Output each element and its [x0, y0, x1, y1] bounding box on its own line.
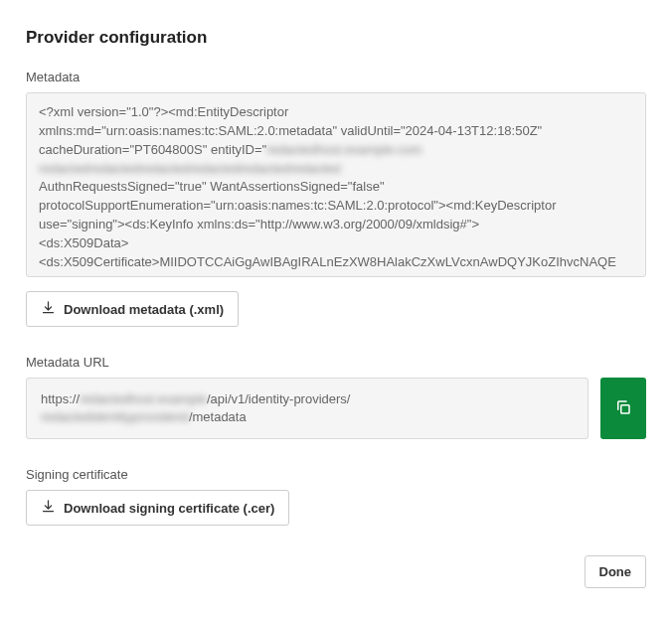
- download-metadata-button[interactable]: Download metadata (.xml): [26, 291, 239, 327]
- download-signing-cert-button[interactable]: Download signing certificate (.cer): [26, 490, 289, 526]
- metadata-xml-line: <?xml version="1.0"?><md:EntityDescripto…: [39, 104, 288, 119]
- metadata-xml-line: use="signing"><ds:KeyInfo xmlns:ds="http…: [39, 217, 479, 231]
- metadata-xml-line: <ds:X509Data>: [39, 235, 128, 250]
- download-metadata-label: Download metadata (.xml): [64, 302, 224, 317]
- svg-rect-0: [621, 404, 629, 412]
- signing-cert-label: Signing certificate: [26, 467, 646, 482]
- redacted-text: redactedidentityproviderid: [41, 409, 189, 424]
- metadata-xml-line: protocolSupportEnumeration="urn:oasis:na…: [39, 198, 556, 213]
- redacted-text: redactedredactedredactedredactedredacted…: [39, 161, 341, 176]
- metadata-url-section: Metadata URL https://redactedhost.exampl…: [26, 355, 646, 439]
- redacted-text: redactedhost.example: [80, 391, 207, 406]
- metadata-xml-line: xmlns:md="urn:oasis:names:tc:SAML:2.0:me…: [39, 123, 542, 138]
- download-icon: [41, 300, 56, 318]
- metadata-section: Metadata <?xml version="1.0"?><md:Entity…: [26, 70, 646, 327]
- metadata-url-mid: /api/v1/identity-providers/: [207, 391, 351, 406]
- footer: Done: [26, 555, 646, 588]
- redacted-text: redactedhost.example.com: [266, 142, 421, 157]
- download-signing-cert-label: Download signing certificate (.cer): [64, 501, 274, 516]
- copy-url-button[interactable]: [600, 378, 646, 439]
- page-title: Provider configuration: [26, 28, 646, 48]
- metadata-url-box: https://redactedhost.example/api/v1/iden…: [26, 378, 588, 439]
- metadata-xml-line: AuthnRequestsSigned="true" WantAssertion…: [39, 179, 385, 194]
- metadata-url-label: Metadata URL: [26, 355, 646, 370]
- done-label: Done: [599, 564, 632, 579]
- download-icon: [41, 499, 56, 517]
- metadata-xml-line: <ds:X509Certificate>MIIDOTCCAiGgAwIBAgIR…: [39, 254, 616, 269]
- signing-cert-section: Signing certificate Download signing cer…: [26, 467, 646, 526]
- metadata-label: Metadata: [26, 70, 646, 84]
- metadata-url-prefix: https://: [41, 391, 80, 406]
- metadata-url-suffix: /metadata: [189, 409, 247, 424]
- copy-icon: [614, 398, 632, 419]
- metadata-xml-line: cacheDuration="PT604800S" entityID=": [39, 142, 266, 157]
- metadata-xml-box: <?xml version="1.0"?><md:EntityDescripto…: [26, 92, 646, 277]
- done-button[interactable]: Done: [585, 555, 647, 588]
